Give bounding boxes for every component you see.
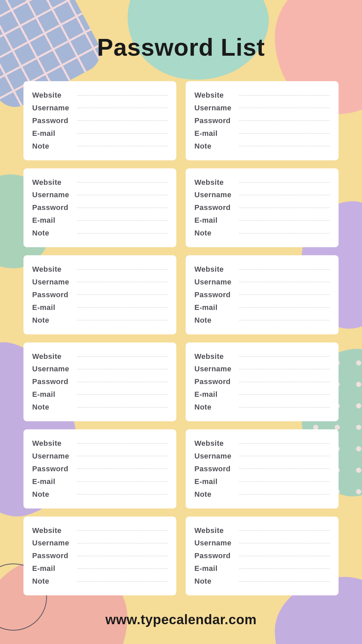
field-line-password	[239, 120, 330, 121]
field-line-website	[239, 269, 330, 270]
field-label-username: Username	[194, 365, 235, 373]
field-line-note	[239, 233, 330, 233]
field-row-email: E-mail	[32, 127, 168, 140]
field-label-website: Website	[32, 352, 72, 361]
field-line-username	[77, 369, 168, 369]
field-label-email: E-mail	[194, 303, 235, 312]
field-line-website	[239, 182, 330, 182]
field-line-username	[77, 282, 168, 282]
field-row-note: Note	[32, 140, 168, 152]
field-line-website	[77, 182, 168, 182]
field-label-password: Password	[32, 116, 72, 125]
field-row-note: Note	[32, 575, 168, 587]
field-line-email	[77, 394, 168, 395]
field-label-note: Note	[194, 577, 235, 586]
field-label-password: Password	[32, 465, 72, 473]
field-row-website: Website	[194, 351, 330, 363]
field-row-password: Password	[194, 550, 330, 562]
field-line-email	[239, 307, 330, 308]
field-label-username: Username	[194, 278, 235, 286]
field-line-password	[77, 294, 168, 295]
field-row-username: Username	[194, 450, 330, 462]
password-card: WebsiteUsernamePasswordE-mailNote	[23, 168, 176, 248]
field-label-username: Username	[32, 104, 72, 112]
field-line-website	[77, 356, 168, 357]
field-row-note: Note	[32, 488, 168, 500]
field-line-password	[239, 208, 330, 208]
field-row-note: Note	[32, 401, 168, 413]
field-row-email: E-mail	[32, 302, 168, 314]
field-label-email: E-mail	[32, 390, 72, 399]
field-line-note	[77, 494, 168, 494]
field-row-email: E-mail	[194, 302, 330, 314]
field-row-password: Password	[32, 376, 168, 388]
field-line-password	[239, 556, 330, 556]
field-row-password: Password	[32, 463, 168, 475]
password-card: WebsiteUsernamePasswordE-mailNote	[186, 168, 339, 248]
field-line-website	[239, 443, 330, 444]
field-label-website: Website	[32, 439, 72, 448]
field-row-note: Note	[194, 575, 330, 587]
field-line-website	[77, 530, 168, 531]
field-label-username: Username	[32, 452, 72, 461]
field-row-username: Username	[32, 189, 168, 201]
field-row-email: E-mail	[194, 388, 330, 400]
field-line-username	[77, 195, 168, 195]
field-label-website: Website	[32, 265, 72, 274]
field-row-website: Website	[32, 437, 168, 449]
card-grid: WebsiteUsernamePasswordE-mailNoteWebsite…	[23, 81, 339, 595]
field-label-website: Website	[194, 178, 235, 187]
field-label-email: E-mail	[32, 477, 72, 486]
field-label-website: Website	[194, 265, 235, 274]
field-label-password: Password	[194, 551, 235, 560]
field-row-website: Website	[32, 176, 168, 189]
field-row-note: Note	[32, 227, 168, 239]
field-line-email	[77, 307, 168, 308]
field-line-username	[77, 108, 168, 108]
field-label-note: Note	[194, 229, 235, 237]
field-row-website: Website	[32, 263, 168, 275]
field-row-password: Password	[194, 202, 330, 214]
field-row-email: E-mail	[32, 214, 168, 226]
field-line-email	[239, 220, 330, 221]
field-row-username: Username	[32, 363, 168, 375]
field-row-website: Website	[194, 176, 330, 189]
field-row-email: E-mail	[194, 476, 330, 488]
field-label-password: Password	[194, 290, 235, 299]
field-label-password: Password	[32, 551, 72, 560]
field-row-username: Username	[194, 276, 330, 288]
field-label-note: Note	[194, 403, 235, 412]
field-row-username: Username	[194, 189, 330, 201]
field-label-note: Note	[194, 490, 235, 499]
password-card: WebsiteUsernamePasswordE-mailNote	[23, 81, 176, 160]
field-line-note	[239, 146, 330, 146]
field-row-note: Note	[194, 140, 330, 152]
field-label-email: E-mail	[194, 390, 235, 399]
field-row-note: Note	[194, 488, 330, 500]
field-label-email: E-mail	[194, 564, 235, 573]
field-line-note	[77, 581, 168, 582]
field-label-note: Note	[32, 490, 72, 499]
field-line-username	[239, 369, 330, 369]
field-row-username: Username	[32, 537, 168, 549]
field-row-website: Website	[32, 351, 168, 363]
field-row-email: E-mail	[194, 214, 330, 226]
field-line-username	[239, 108, 330, 108]
field-row-password: Password	[194, 376, 330, 388]
password-card: WebsiteUsernamePasswordE-mailNote	[186, 342, 339, 422]
field-row-username: Username	[32, 102, 168, 114]
field-label-website: Website	[194, 526, 235, 535]
field-line-website	[239, 356, 330, 357]
field-row-email: E-mail	[32, 562, 168, 575]
field-label-password: Password	[32, 377, 72, 386]
field-line-email	[77, 220, 168, 221]
field-row-username: Username	[32, 276, 168, 288]
password-card: WebsiteUsernamePasswordE-mailNote	[186, 517, 339, 596]
field-row-email: E-mail	[194, 127, 330, 140]
field-row-website: Website	[32, 525, 168, 537]
field-row-password: Password	[32, 202, 168, 214]
field-line-website	[77, 95, 168, 96]
password-card: WebsiteUsernamePasswordE-mailNote	[23, 342, 176, 422]
field-line-password	[77, 208, 168, 208]
field-line-password	[77, 469, 168, 469]
